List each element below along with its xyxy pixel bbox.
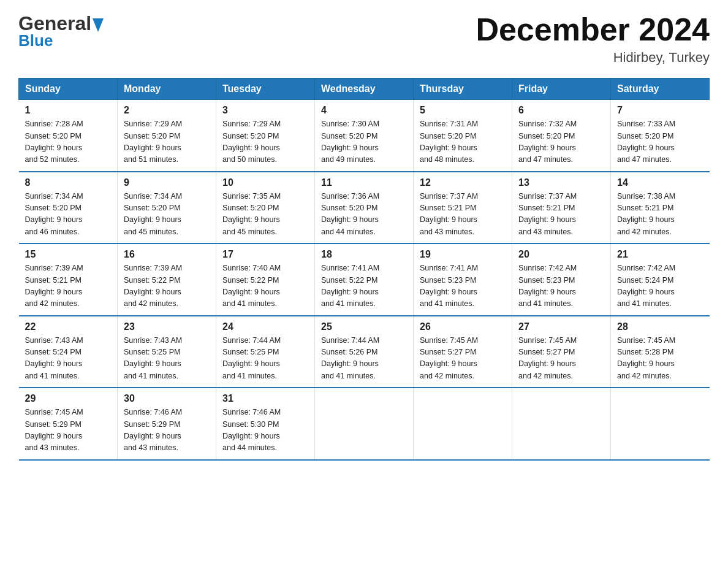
calendar-day-cell [611,388,710,460]
day-number: 21 [617,249,703,260]
calendar-day-header: Tuesday [216,79,315,100]
day-number: 4 [321,105,407,116]
calendar-day-cell: 28 Sunrise: 7:45 AMSunset: 5:28 PMDaylig… [611,316,710,388]
logo: General Blue [18,12,104,50]
calendar-day-cell [315,388,414,460]
day-info: Sunrise: 7:32 AMSunset: 5:20 PMDaylight:… [518,118,604,166]
calendar-day-cell: 10 Sunrise: 7:35 AMSunset: 5:20 PMDaylig… [216,172,315,244]
day-number: 28 [617,321,703,332]
calendar-day-cell [414,388,512,460]
day-info: Sunrise: 7:45 AMSunset: 5:29 PMDaylight:… [25,407,112,454]
calendar-day-cell: 20 Sunrise: 7:42 AMSunset: 5:23 PMDaylig… [512,243,611,316]
day-info: Sunrise: 7:41 AMSunset: 5:23 PMDaylight:… [420,262,506,310]
day-number: 11 [321,177,407,188]
day-info: Sunrise: 7:34 AMSunset: 5:20 PMDaylight:… [124,191,210,239]
calendar-day-cell: 13 Sunrise: 7:37 AMSunset: 5:21 PMDaylig… [512,172,611,244]
calendar-day-cell: 6 Sunrise: 7:32 AMSunset: 5:20 PMDayligh… [512,100,611,172]
calendar-day-cell: 4 Sunrise: 7:30 AMSunset: 5:20 PMDayligh… [315,100,414,172]
day-number: 5 [420,105,506,116]
day-info: Sunrise: 7:39 AMSunset: 5:22 PMDaylight:… [124,262,210,310]
day-info: Sunrise: 7:45 AMSunset: 5:27 PMDaylight:… [518,335,604,383]
calendar-day-cell: 14 Sunrise: 7:38 AMSunset: 5:21 PMDaylig… [611,172,710,244]
day-number: 24 [222,321,308,332]
calendar-day-cell: 24 Sunrise: 7:44 AMSunset: 5:25 PMDaylig… [216,316,315,388]
day-number: 14 [617,177,703,188]
day-info: Sunrise: 7:38 AMSunset: 5:21 PMDaylight:… [617,191,703,239]
day-number: 23 [124,321,210,332]
day-number: 10 [222,177,308,188]
day-number: 22 [25,321,112,332]
calendar-day-header: Thursday [414,79,512,100]
calendar-day-cell [512,388,611,460]
calendar-week-row: 29 Sunrise: 7:45 AMSunset: 5:29 PMDaylig… [19,388,710,460]
calendar-day-cell: 11 Sunrise: 7:36 AMSunset: 5:20 PMDaylig… [315,172,414,244]
day-info: Sunrise: 7:46 AMSunset: 5:29 PMDaylight:… [124,407,210,454]
day-info: Sunrise: 7:28 AMSunset: 5:20 PMDaylight:… [25,118,112,166]
logo-triangle-icon [93,18,104,32]
day-number: 25 [321,321,407,332]
day-info: Sunrise: 7:44 AMSunset: 5:25 PMDaylight:… [222,335,308,383]
calendar-day-cell: 25 Sunrise: 7:44 AMSunset: 5:26 PMDaylig… [315,316,414,388]
logo-blue-text: Blue [18,31,53,50]
day-info: Sunrise: 7:40 AMSunset: 5:22 PMDaylight:… [222,262,308,310]
calendar-day-cell: 16 Sunrise: 7:39 AMSunset: 5:22 PMDaylig… [118,243,216,316]
calendar-day-header: Friday [512,79,611,100]
day-info: Sunrise: 7:31 AMSunset: 5:20 PMDaylight:… [420,118,506,166]
calendar-day-cell: 21 Sunrise: 7:42 AMSunset: 5:24 PMDaylig… [611,243,710,316]
day-number: 9 [124,177,210,188]
calendar-day-header: Sunday [19,79,118,100]
day-info: Sunrise: 7:43 AMSunset: 5:24 PMDaylight:… [25,335,112,383]
day-info: Sunrise: 7:45 AMSunset: 5:28 PMDaylight:… [617,335,703,383]
svg-marker-0 [93,18,104,32]
day-number: 29 [25,393,112,404]
day-number: 3 [222,105,308,116]
calendar-day-cell: 19 Sunrise: 7:41 AMSunset: 5:23 PMDaylig… [414,243,512,316]
location-text: Hidirbey, Turkey [476,50,710,66]
day-info: Sunrise: 7:29 AMSunset: 5:20 PMDaylight:… [124,118,210,166]
calendar-day-cell: 7 Sunrise: 7:33 AMSunset: 5:20 PMDayligh… [611,100,710,172]
day-number: 17 [222,249,308,260]
day-info: Sunrise: 7:41 AMSunset: 5:22 PMDaylight:… [321,262,407,310]
calendar-day-cell: 2 Sunrise: 7:29 AMSunset: 5:20 PMDayligh… [118,100,216,172]
day-info: Sunrise: 7:30 AMSunset: 5:20 PMDaylight:… [321,118,407,166]
calendar-header-row: SundayMondayTuesdayWednesdayThursdayFrid… [19,79,710,100]
day-number: 8 [25,177,112,188]
calendar-day-cell: 29 Sunrise: 7:45 AMSunset: 5:29 PMDaylig… [19,388,118,460]
day-number: 1 [25,105,112,116]
calendar-day-cell: 3 Sunrise: 7:29 AMSunset: 5:20 PMDayligh… [216,100,315,172]
day-info: Sunrise: 7:42 AMSunset: 5:23 PMDaylight:… [518,262,604,310]
month-title: December 2024 [476,12,710,47]
day-info: Sunrise: 7:34 AMSunset: 5:20 PMDaylight:… [25,191,112,239]
day-number: 27 [518,321,604,332]
day-number: 7 [617,105,703,116]
calendar-day-cell: 17 Sunrise: 7:40 AMSunset: 5:22 PMDaylig… [216,243,315,316]
calendar-day-header: Monday [118,79,216,100]
day-info: Sunrise: 7:45 AMSunset: 5:27 PMDaylight:… [420,335,506,383]
day-info: Sunrise: 7:33 AMSunset: 5:20 PMDaylight:… [617,118,703,166]
calendar-week-row: 1 Sunrise: 7:28 AMSunset: 5:20 PMDayligh… [19,100,710,172]
day-info: Sunrise: 7:39 AMSunset: 5:21 PMDaylight:… [25,262,112,310]
title-block: December 2024 Hidirbey, Turkey [476,12,710,66]
calendar-day-cell: 30 Sunrise: 7:46 AMSunset: 5:29 PMDaylig… [118,388,216,460]
day-number: 26 [420,321,506,332]
calendar-day-cell: 8 Sunrise: 7:34 AMSunset: 5:20 PMDayligh… [19,172,118,244]
day-number: 16 [124,249,210,260]
calendar-day-cell: 18 Sunrise: 7:41 AMSunset: 5:22 PMDaylig… [315,243,414,316]
day-info: Sunrise: 7:36 AMSunset: 5:20 PMDaylight:… [321,191,407,239]
calendar-week-row: 15 Sunrise: 7:39 AMSunset: 5:21 PMDaylig… [19,243,710,316]
day-info: Sunrise: 7:29 AMSunset: 5:20 PMDaylight:… [222,118,308,166]
day-number: 2 [124,105,210,116]
day-number: 31 [222,393,308,404]
calendar-week-row: 8 Sunrise: 7:34 AMSunset: 5:20 PMDayligh… [19,172,710,244]
calendar-day-header: Saturday [611,79,710,100]
day-number: 15 [25,249,112,260]
day-number: 6 [518,105,604,116]
calendar-table: SundayMondayTuesdayWednesdayThursdayFrid… [18,78,710,461]
day-info: Sunrise: 7:37 AMSunset: 5:21 PMDaylight:… [518,191,604,239]
day-number: 13 [518,177,604,188]
calendar-day-cell: 15 Sunrise: 7:39 AMSunset: 5:21 PMDaylig… [19,243,118,316]
day-info: Sunrise: 7:37 AMSunset: 5:21 PMDaylight:… [420,191,506,239]
page-header: General Blue December 2024 Hidirbey, Tur… [18,12,710,66]
day-number: 19 [420,249,506,260]
day-number: 30 [124,393,210,404]
